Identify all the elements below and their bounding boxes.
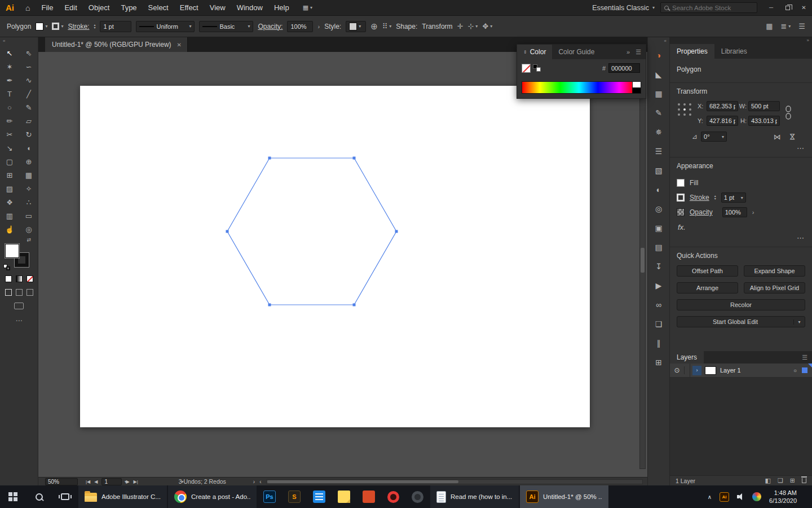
recolor-button[interactable]: Recolor <box>677 299 805 310</box>
stroke-color-swatch[interactable] <box>677 194 685 202</box>
default-color-swatches[interactable] <box>533 64 542 73</box>
taskbar-sticky-notes[interactable] <box>332 485 356 508</box>
menu-type[interactable]: Type <box>115 3 142 12</box>
constrain-proportions-icon[interactable] <box>784 106 792 120</box>
transform-panel-icon[interactable]: ⊞ <box>651 356 666 368</box>
layers-tab[interactable]: Layers <box>670 351 704 364</box>
stroke-link[interactable]: Stroke: <box>68 23 89 30</box>
shape-label[interactable]: Shape: <box>396 23 417 30</box>
stroke-weight-dropdown[interactable]: ▾ <box>100 21 131 32</box>
document-setup-icon[interactable]: ⊕ <box>370 21 378 32</box>
start-global-edit-button[interactable]: Start Global Edit ▾ <box>677 316 805 327</box>
more-transform-options-icon[interactable]: ⋯ <box>677 144 805 152</box>
zoom-dropdown[interactable]: ▾ <box>45 478 78 485</box>
tray-expand-icon[interactable]: ∧ <box>708 494 712 500</box>
docking-options[interactable]: ≣▾ <box>780 22 791 30</box>
shape-builder-tool[interactable]: ⊕ <box>19 155 38 168</box>
taskbar-search-button[interactable] <box>26 485 52 508</box>
menu-window[interactable]: Window <box>231 3 268 12</box>
document-tab[interactable]: Untitled-1* @ 50% (RGB/GPU Preview) ✕ <box>45 37 188 52</box>
lasso-tool[interactable]: ∽ <box>19 60 38 73</box>
new-layer-icon[interactable]: ⊞ <box>790 477 795 484</box>
align-options[interactable]: ⠿▾ <box>382 22 392 30</box>
workspace-switcher[interactable]: Essentials Classic ▾ <box>586 4 660 12</box>
start-button[interactable] <box>0 485 26 508</box>
hand-tool[interactable]: ☝ <box>0 222 19 236</box>
home-icon[interactable]: ⌂ <box>20 3 36 12</box>
expand-right-icon[interactable]: › <box>253 479 255 485</box>
global-edit-options-icon[interactable]: ▾ <box>793 319 805 325</box>
w-input[interactable] <box>751 103 777 110</box>
zoom-tool[interactable]: ◎ <box>19 222 38 236</box>
curvature-tool[interactable]: ∿ <box>19 73 38 87</box>
task-view-button[interactable] <box>52 485 78 508</box>
lock-column[interactable] <box>685 364 690 377</box>
taskbar-sublime[interactable]: S <box>282 485 307 508</box>
brushes-panel-icon[interactable]: ✎ <box>651 107 666 119</box>
gradient-panel-icon[interactable]: ▧ <box>651 164 666 176</box>
close-tab-icon[interactable]: ✕ <box>177 42 182 48</box>
flip-vertical-icon[interactable]: ⋈ <box>788 133 797 141</box>
panel-menu-icon[interactable]: ☰ <box>798 22 805 30</box>
rotate-input[interactable] <box>704 133 722 140</box>
adobe-stock-search[interactable] <box>660 2 757 13</box>
collapse-toolbar-icon[interactable]: « <box>0 37 38 45</box>
taskbar-recorder-app[interactable] <box>381 485 405 508</box>
magic-wand-tool[interactable]: ✶ <box>0 60 19 73</box>
reference-point-grid[interactable] <box>678 103 692 116</box>
expand-layer-icon[interactable]: › <box>692 366 701 375</box>
color-button[interactable] <box>5 275 12 282</box>
target-circle-icon[interactable]: ○ <box>793 367 797 374</box>
swap-fill-stroke-icon[interactable]: ⇄ <box>0 236 38 243</box>
eraser-tool[interactable]: ▱ <box>19 114 38 128</box>
transform-label[interactable]: Transform <box>422 23 452 30</box>
stroke-swatch-dropdown[interactable]: ▾ <box>52 23 63 30</box>
opacity-expand-icon[interactable]: › <box>752 209 754 216</box>
perspective-grid-tool[interactable]: ⊞ <box>0 168 19 182</box>
artboard-number-input[interactable] <box>104 479 179 485</box>
selection-tool[interactable]: ↖ <box>0 46 19 60</box>
stroke-weight-input[interactable] <box>724 194 741 201</box>
menu-select[interactable]: Select <box>143 3 174 12</box>
collapse-dock-icon[interactable]: » <box>670 37 812 44</box>
new-sublayer-icon[interactable]: ❏ <box>778 477 783 484</box>
brush-definition-dropdown[interactable]: Basic▾ <box>199 21 253 32</box>
w-field[interactable] <box>748 101 780 111</box>
swatches-panel-icon[interactable]: ▦ <box>651 87 666 99</box>
last-artboard-button[interactable]: ▶| <box>134 479 138 484</box>
layer-thumbnail[interactable] <box>705 366 716 375</box>
draw-inside-button[interactable] <box>27 289 33 296</box>
tray-app-icon[interactable] <box>752 492 761 501</box>
stroke-weight-stepper[interactable]: ▴▾ <box>94 24 95 29</box>
arrange-documents-icon[interactable]: ▦▾ <box>303 4 312 11</box>
hexagon-shape[interactable] <box>80 86 590 427</box>
gradient-button[interactable] <box>16 275 23 282</box>
expand-panels-icon[interactable]: « <box>648 37 669 45</box>
x-field[interactable] <box>707 101 738 111</box>
actions-panel-icon[interactable]: ▶ <box>651 279 666 291</box>
hex-input[interactable] <box>608 63 640 73</box>
panel-undock-icon[interactable]: » <box>626 49 630 56</box>
style-dropdown[interactable]: ▾ <box>346 21 366 32</box>
edit-toolbar-icon[interactable]: ⋯ <box>0 317 38 325</box>
asset-export-panel-icon[interactable]: ↧ <box>651 260 666 272</box>
opacity-link[interactable]: Opacity: <box>258 23 283 30</box>
taskbar-chrome[interactable]: Create a post - Ado... <box>168 485 257 508</box>
opacity-label[interactable]: Opacity <box>690 208 713 216</box>
arrange-button[interactable]: Arrange <box>677 282 738 294</box>
taskbar-clock[interactable]: 1:48 AM 6/13/2020 <box>769 489 797 505</box>
free-transform-tool[interactable]: ▢ <box>0 155 19 168</box>
layer-row[interactable]: ⊙ › Layer 1 ○ <box>670 364 812 378</box>
delete-layer-icon[interactable] <box>802 478 806 483</box>
layers-empty-area[interactable] <box>670 378 812 475</box>
first-artboard-button[interactable]: |◀ <box>86 479 90 484</box>
width-tool[interactable]: ◖ <box>19 141 38 155</box>
y-input[interactable] <box>709 117 735 124</box>
minimize-button[interactable]: ─ <box>763 0 779 16</box>
fill-swatch-dropdown[interactable]: ▾ <box>36 23 47 30</box>
width-profile-dropdown[interactable]: Uniform▾ <box>136 21 195 32</box>
eyedropper-tool[interactable]: ✧ <box>19 182 38 195</box>
column-graph-tool[interactable]: ▥ <box>0 209 19 222</box>
taskbar-illustrator[interactable]: AiUntitled-1* @ 50% ... <box>520 485 608 508</box>
rotate-tool[interactable]: ↻ <box>19 128 38 141</box>
